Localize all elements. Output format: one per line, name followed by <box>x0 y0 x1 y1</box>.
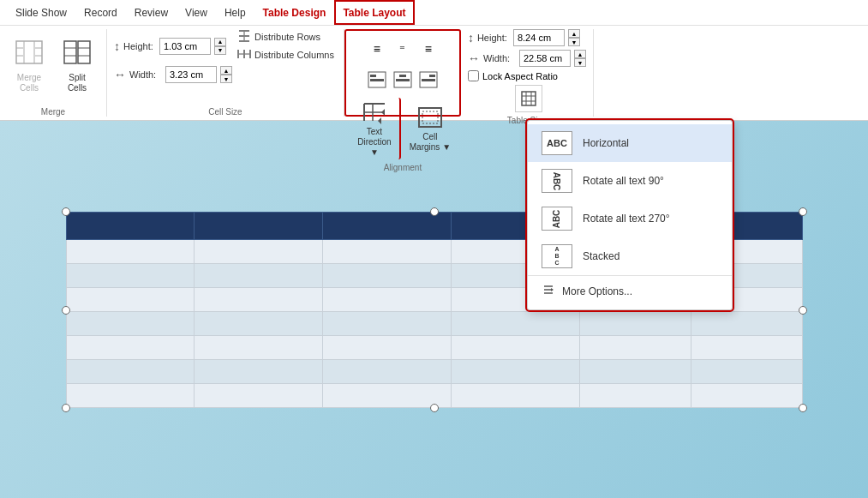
svg-rect-28 <box>396 79 410 81</box>
width-row: ↔ Width: ▲ ▼ <box>114 66 337 83</box>
handle-mid-left[interactable] <box>62 306 70 315</box>
ribbon: Slide Show Record Review View Help Table… <box>0 0 868 121</box>
merge-group: MergeCells SplitCells <box>0 29 107 117</box>
rotate270-icon-box: ABC <box>542 207 572 231</box>
table-height-spin-up[interactable]: ▲ <box>568 29 580 38</box>
ribbon-content: MergeCells SplitCells <box>0 26 868 120</box>
svg-rect-31 <box>422 79 435 81</box>
dropdown-item-rotate90[interactable]: ABC Rotate all text 90° <box>528 162 732 200</box>
align-top-left-button[interactable]: ≡ <box>365 38 389 60</box>
tab-help[interactable]: Help <box>216 0 254 25</box>
height-label: Height: <box>123 41 156 51</box>
lock-ratio-checkbox[interactable] <box>468 70 479 81</box>
rotate90-icon-box: ABC <box>542 169 572 193</box>
handle-bottom-left[interactable] <box>62 404 70 412</box>
height-input[interactable] <box>159 38 211 55</box>
table-cell <box>579 384 691 408</box>
table-width-input[interactable] <box>519 50 571 67</box>
width-input[interactable] <box>165 66 217 83</box>
dropdown-item-rotate270[interactable]: ABC Rotate all text 270° <box>528 200 732 237</box>
text-direction-margins: TextDirection ▼ CellMargins ▼ <box>350 98 456 159</box>
align-top-right-button[interactable]: ≡ <box>416 38 440 60</box>
merge-group-inner: MergeCells SplitCells <box>7 29 99 104</box>
lock-ratio-row: Lock Aspect Ratio <box>468 70 586 81</box>
handle-mid-right[interactable] <box>799 306 807 315</box>
table-cell <box>451 336 579 360</box>
merge-cells-button[interactable]: MergeCells <box>7 36 51 98</box>
table-cell <box>66 360 195 384</box>
table-width-spinner: ▲ ▼ <box>574 50 586 67</box>
tab-bar: Slide Show Record Review View Help Table… <box>0 0 868 26</box>
table-cell <box>66 384 195 408</box>
table-cell <box>323 360 452 384</box>
table-cell <box>195 264 323 288</box>
tab-record[interactable]: Record <box>75 0 126 25</box>
table-cell <box>323 240 452 264</box>
cell-size-group: ↕ Height: ▲ ▼ <box>107 29 344 117</box>
handle-bottom-right[interactable] <box>799 404 807 412</box>
align-mid-right-button[interactable] <box>416 69 440 91</box>
svg-rect-7 <box>64 41 76 63</box>
table-cell <box>66 312 195 336</box>
table-size-group: ↕ Height: ▲ ▼ ↔ Width: ▲ ▼ <box>461 29 594 117</box>
handle-top-center[interactable] <box>430 207 439 216</box>
table-height-spin-down[interactable]: ▼ <box>568 38 580 46</box>
merge-group-label: Merge <box>41 104 65 117</box>
distribute-columns-label: Distribute Columns <box>254 50 334 60</box>
table-height-row: ↕ Height: ▲ ▼ <box>468 29 586 46</box>
handle-bottom-center[interactable] <box>430 404 439 412</box>
tab-review[interactable]: Review <box>126 0 177 25</box>
height-spin-up[interactable]: ▲ <box>214 38 226 46</box>
table-cell <box>323 312 452 336</box>
height-spin-down[interactable]: ▼ <box>214 46 226 55</box>
table-width-spin-down[interactable]: ▼ <box>574 58 586 67</box>
alignment-group: ≡ ⁼ ≡ <box>344 29 461 117</box>
width-spin-down[interactable]: ▼ <box>220 75 232 83</box>
table-cell <box>691 384 802 408</box>
cell-size-group-label: Cell Size <box>208 104 242 117</box>
table-width-spin-up[interactable]: ▲ <box>574 50 586 58</box>
align-grid-top: ≡ ⁼ ≡ <box>362 34 444 63</box>
text-direction-button[interactable]: TextDirection ▼ <box>350 98 401 159</box>
table-options-button[interactable] <box>515 85 542 112</box>
height-spinner: ▲ ▼ <box>214 38 226 55</box>
more-options-button[interactable]: More Options... <box>528 275 732 306</box>
align-top-center-button[interactable]: ⁼ <box>391 38 415 60</box>
table-width-label: Width: <box>483 53 516 63</box>
split-cells-button[interactable]: SplitCells <box>55 36 99 98</box>
merge-cells-icon <box>15 40 43 69</box>
svg-rect-39 <box>422 111 438 123</box>
dropdown-item-horizontal[interactable]: ABC Horizontal <box>528 124 732 162</box>
align-mid-left-button[interactable] <box>365 69 389 91</box>
svg-rect-25 <box>370 79 384 81</box>
merge-cells-label: MergeCells <box>17 73 41 93</box>
table-cell <box>66 264 195 288</box>
tab-table-layout[interactable]: Table Layout <box>334 0 414 25</box>
distribute-btns: Distribute Rows <box>235 29 337 63</box>
table-cell <box>195 288 323 312</box>
text-direction-caret: ▼ <box>370 147 379 157</box>
tab-slideshow[interactable]: Slide Show <box>7 0 75 25</box>
width-spin-up[interactable]: ▲ <box>220 66 232 75</box>
distribute-rows-button[interactable]: Distribute Rows <box>235 29 337 45</box>
handle-top-right[interactable] <box>799 207 807 216</box>
tab-view[interactable]: View <box>177 0 216 25</box>
cell-margins-button[interactable]: CellMargins ▼ <box>404 98 456 159</box>
handle-top-left[interactable] <box>62 207 70 216</box>
distribute-columns-button[interactable]: Distribute Columns <box>235 47 337 63</box>
table-height-input[interactable] <box>513 29 565 46</box>
table-row <box>66 312 802 336</box>
tab-table-design[interactable]: Table Design <box>254 0 335 25</box>
table-cell <box>195 360 323 384</box>
table-header-cell <box>195 213 323 240</box>
stacked-icon: A B C <box>554 246 559 266</box>
split-cells-label: SplitCells <box>68 73 87 93</box>
table-cell <box>451 360 579 384</box>
table-width-row: ↔ Width: ▲ ▼ <box>468 50 586 67</box>
width-spinner: ▲ ▼ <box>220 66 232 83</box>
rotate270-label: Rotate all text 270° <box>583 213 670 225</box>
more-options-icon <box>542 283 555 299</box>
align-mid-center-button[interactable] <box>391 69 415 91</box>
table-cell <box>451 384 579 408</box>
dropdown-item-stacked[interactable]: A B C Stacked <box>528 237 732 275</box>
